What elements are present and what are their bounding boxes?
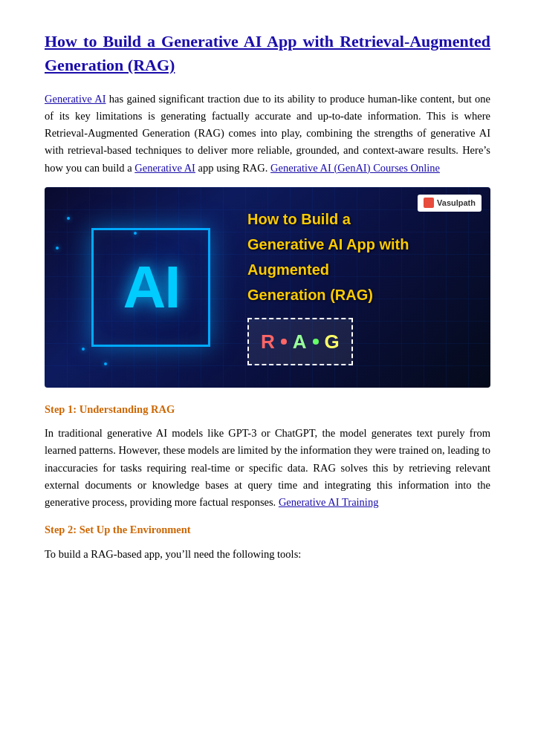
hero-title-line3: Augmented <box>247 260 468 279</box>
genai-courses-link[interactable]: Generative AI (GenAI) Courses Online <box>270 162 440 174</box>
ai-letters: AI <box>123 241 179 333</box>
hero-image: Vasulpath AI How to Build a Generative A… <box>45 187 490 388</box>
generative-ai-training-link[interactable]: Generative AI Training <box>279 496 379 508</box>
vasulpath-logo: Vasulpath <box>418 195 482 212</box>
step1-paragraph: In traditional generative AI models like… <box>45 425 490 511</box>
generative-ai-link-1[interactable]: Generative AI <box>45 93 106 105</box>
rag-g-letter: G <box>325 327 340 356</box>
hero-title-line4: Generation (RAG) <box>247 285 468 304</box>
hero-title-line2: Generative AI App with <box>247 235 468 254</box>
rag-r-letter: R <box>261 327 275 356</box>
hero-title-line1: How to Build a <box>247 209 468 229</box>
rag-box: R A G <box>247 318 353 365</box>
hero-right-panel: How to Build a Generative AI App with Au… <box>247 209 468 365</box>
generative-ai-link-2[interactable]: Generative AI <box>134 162 195 174</box>
circuit-dot-3 <box>82 348 85 351</box>
circuit-dot-4 <box>104 362 107 365</box>
intro-paragraph: Generative AI has gained significant tra… <box>45 91 490 177</box>
circuit-dot-2 <box>56 247 59 250</box>
step2-paragraph: To build a RAG-based app, you’ll need th… <box>45 546 490 563</box>
step1-text: In traditional generative AI models like… <box>45 427 490 508</box>
step2-heading: Step 2: Set Up the Environment <box>45 521 490 538</box>
step1-heading: Step 1: Understanding RAG <box>45 401 490 417</box>
rag-letters: R A G <box>261 327 340 356</box>
vasulpath-icon <box>424 198 434 208</box>
intro-text-2: app using RAG. <box>195 162 270 174</box>
rag-dot-2 <box>313 339 319 345</box>
vasulpath-text: Vasulpath <box>437 197 476 209</box>
circuit-dot-1 <box>67 217 70 220</box>
page-title: How to Build a Generative AI App with Re… <box>45 30 490 77</box>
hero-image-container: Vasulpath AI How to Build a Generative A… <box>45 187 490 388</box>
hero-left-panel: AI <box>67 228 236 347</box>
rag-a-letter: A <box>293 327 307 356</box>
ai-text-box: AI <box>91 228 210 347</box>
rag-dot-1 <box>281 339 287 345</box>
